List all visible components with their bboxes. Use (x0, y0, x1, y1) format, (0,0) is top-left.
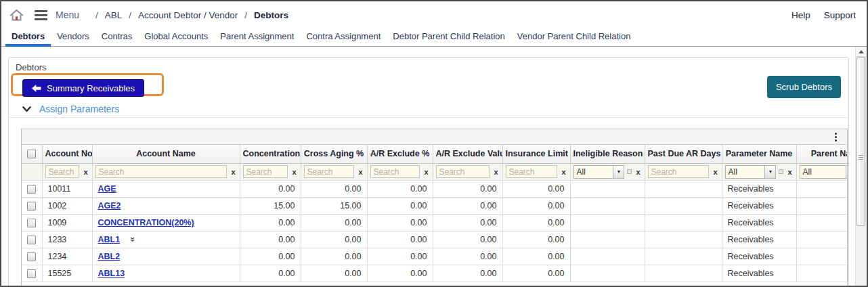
dropdown-arrow-icon[interactable]: ▼ (613, 166, 624, 178)
tab-vendors[interactable]: Vendors (51, 28, 95, 47)
scrollbar-up-button[interactable] (856, 47, 867, 57)
row-checkbox[interactable] (27, 219, 36, 227)
column-header-ar_exclude_value[interactable]: A/R Exclude Value (433, 145, 502, 163)
clear-filter-icon[interactable]: x (492, 168, 499, 176)
cell-past_due_ar_days (645, 265, 722, 282)
menu-label[interactable]: Menu (56, 9, 79, 20)
summary-receivables-button[interactable]: Summary Receivables (22, 79, 144, 97)
tab-vendor-parent-child-relation[interactable]: Vendor Parent Child Relation (511, 28, 637, 47)
column-header-past_due_ar_days[interactable]: Past Due AR Days (645, 145, 722, 163)
hamburger-menu-icon[interactable] (35, 8, 47, 22)
filter-parameter_name-dropdown[interactable]: All▼ (725, 165, 777, 179)
scrollbar-thumb[interactable] (856, 57, 865, 226)
cell-ar_exclude_pct: 0.00 (367, 197, 433, 214)
cell-insurance_limit: 0.00 (502, 197, 570, 214)
column-header-ar_exclude_pct[interactable]: A/R Exclude % (367, 145, 433, 163)
filter-controls: x (243, 165, 298, 178)
row-checkbox[interactable] (27, 236, 36, 244)
clear-filter-icon[interactable]: x (712, 168, 718, 176)
row-checkbox[interactable] (27, 269, 36, 278)
cell-ineligible_reason (570, 265, 645, 282)
column-header-account_no[interactable]: Account No (42, 145, 92, 163)
filter-options-button[interactable] (779, 169, 783, 174)
expand-chevron-icon[interactable]: » (129, 236, 137, 241)
kebab-menu-icon[interactable] (833, 131, 838, 143)
column-header-concentration_pct[interactable]: Concentration % (240, 145, 301, 163)
select-all-checkbox[interactable] (27, 150, 36, 158)
cell-account_name: ABL13 (92, 265, 240, 282)
cell-ineligible_reason (570, 231, 645, 248)
tab-parent-assignment[interactable]: Parent Assignment (214, 28, 300, 47)
dropdown-arrow-icon[interactable]: ▼ (764, 166, 775, 178)
account-name-link[interactable]: AGE (98, 184, 116, 194)
support-link[interactable]: Support (824, 10, 856, 20)
row-checkbox[interactable] (27, 252, 36, 261)
clear-filter-icon[interactable]: x (290, 168, 297, 176)
tab-contras[interactable]: Contras (95, 28, 139, 47)
scrub-debtors-button[interactable]: Scrub Debtors (767, 76, 841, 98)
filter-concentration_pct-input[interactable] (243, 165, 288, 178)
filter-cell-past_due_ar_days: x (645, 163, 722, 180)
clear-filter-icon[interactable]: x (357, 168, 364, 176)
tab-global-accounts[interactable]: Global Accounts (138, 28, 214, 47)
column-header-parameter_name[interactable]: Parameter Name (722, 145, 796, 163)
filter-cross_aging_pct-input[interactable] (304, 165, 355, 178)
account-name-link[interactable]: CONCENTRATION(20%) (98, 218, 194, 227)
account-name-link[interactable]: ABL13 (98, 269, 125, 278)
cell-ar_exclude_value: 0.00 (433, 265, 502, 282)
row-select-cell (22, 248, 42, 265)
account-name-link[interactable]: ABL2 (98, 252, 121, 261)
dropdown-selected-value: All (574, 167, 613, 177)
clear-filter-icon[interactable]: x (786, 168, 793, 176)
breadcrumb-item-account-debtor-vendor[interactable]: Account Debtor / Vendor (138, 10, 238, 20)
dropdown-arrow-icon[interactable]: ▼ (846, 166, 848, 178)
filter-account_no-input[interactable] (45, 165, 80, 178)
cell-ar_exclude_value: 0.00 (433, 197, 502, 214)
filter-controls: x (370, 165, 430, 178)
breadcrumb-item-abl[interactable]: ABL (105, 10, 123, 20)
filter-options-button[interactable] (627, 169, 632, 174)
filter-account_name-input[interactable] (95, 165, 227, 178)
row-select-cell (22, 265, 42, 282)
back-arrow-icon (32, 85, 41, 92)
debtors-grid: Account NoAccount NameConcentration %Cro… (21, 129, 848, 287)
assign-parameters-label[interactable]: Assign Parameters (39, 104, 119, 114)
breadcrumb-item-debtors[interactable]: Debtors (254, 10, 288, 20)
cell-ar_exclude_value: 0.00 (433, 180, 502, 197)
clear-filter-icon[interactable]: x (82, 168, 89, 176)
row-select-cell (22, 214, 42, 231)
clear-filter-icon[interactable]: x (560, 168, 567, 176)
filter-past_due_ar_days-input[interactable] (648, 165, 710, 178)
filter-insurance_limit-input[interactable] (506, 165, 558, 178)
filter-parent_name-dropdown[interactable]: All▼ (800, 165, 848, 179)
row-checkbox[interactable] (27, 185, 36, 194)
column-header-account_name[interactable]: Account Name (92, 145, 240, 163)
filter-ar_exclude_pct-input[interactable] (370, 165, 420, 178)
column-header-cross_aging_pct[interactable]: Cross Aging % (301, 145, 367, 163)
column-header-ineligible_reason[interactable]: Ineligible Reason (570, 145, 645, 163)
filter-controls: All▼x (573, 165, 642, 179)
cell-parameter_name: Receivables (722, 180, 796, 197)
row-checkbox[interactable] (27, 202, 36, 211)
cell-insurance_limit: 0.00 (502, 180, 570, 197)
clear-filter-icon[interactable]: x (422, 168, 429, 176)
tab-debtor-parent-child-relation[interactable]: Debtor Parent Child Relation (387, 28, 511, 47)
clear-filter-icon[interactable]: x (230, 168, 236, 176)
tab-contra-assignment[interactable]: Contra Assignment (300, 28, 387, 47)
home-icon[interactable] (9, 9, 24, 22)
column-header-parent_name[interactable]: Parent Name (796, 145, 848, 163)
chevron-down-icon[interactable] (22, 106, 31, 112)
table-header-row: Account NoAccount NameConcentration %Cro… (22, 145, 848, 163)
clear-filter-icon[interactable]: x (634, 168, 641, 176)
account-name-link[interactable]: ABL1 (98, 235, 121, 244)
filter-ar_exclude_value-input[interactable] (436, 165, 490, 178)
filter-ineligible_reason-dropdown[interactable]: All▼ (573, 165, 625, 179)
select-all-header-cell (22, 145, 42, 163)
account-name-link[interactable]: AGE2 (98, 201, 121, 211)
column-header-insurance_limit[interactable]: Insurance Limit (502, 145, 570, 163)
filter-cell-account_name: x (92, 163, 240, 180)
vertical-scrollbar[interactable] (855, 47, 867, 286)
table-row: 10011AGE0.000.000.000.000.00Receivables (22, 180, 848, 197)
help-link[interactable]: Help (791, 10, 810, 20)
tab-debtors[interactable]: Debtors (5, 28, 51, 47)
